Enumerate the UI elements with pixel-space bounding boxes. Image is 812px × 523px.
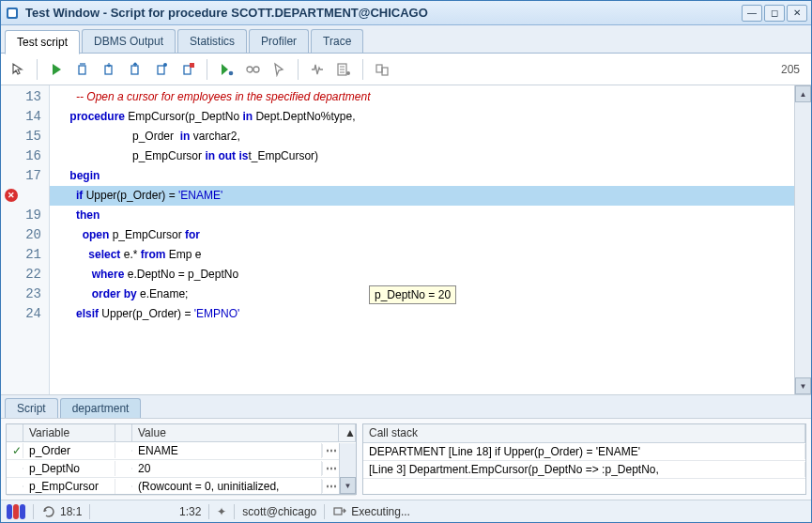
svg-rect-5 bbox=[158, 66, 164, 74]
var-header-value[interactable]: Value bbox=[132, 424, 339, 441]
svg-rect-1 bbox=[8, 9, 16, 17]
var-header-variable[interactable]: Variable bbox=[23, 424, 115, 441]
gutter-line[interactable]: 19 bbox=[1, 206, 49, 225]
panels: Variable Value ▲ ✓p_OrderENAME⋯p_DeptNo2… bbox=[1, 419, 811, 500]
gutter-line[interactable]: 21 bbox=[1, 245, 49, 265]
line-indicator: 205 bbox=[781, 63, 800, 76]
svg-rect-2 bbox=[79, 66, 85, 74]
breakpoint-icon[interactable] bbox=[5, 189, 18, 202]
bottom-tabbar: Script department bbox=[1, 395, 811, 419]
code-line[interactable]: then bbox=[50, 206, 794, 225]
code-line[interactable]: where e.DeptNo = p_DeptNo bbox=[50, 265, 794, 285]
refresh-status: 18:1 bbox=[41, 504, 82, 519]
gutter-line[interactable]: 22 bbox=[1, 265, 49, 285]
var-value[interactable]: (Rowcount = 0, uninitialized, bbox=[132, 479, 322, 494]
ellipsis-button[interactable]: ⋯ bbox=[322, 444, 339, 457]
variable-row[interactable]: ✓p_OrderENAME⋯ bbox=[7, 442, 356, 460]
var-name[interactable]: p_Order bbox=[23, 443, 115, 458]
toolbar: 205 bbox=[1, 54, 811, 85]
app-icon bbox=[5, 6, 20, 21]
close-button[interactable]: ✕ bbox=[787, 5, 807, 22]
exec-status: Executing... bbox=[332, 504, 805, 519]
code-line[interactable]: p_Order in varchar2, bbox=[50, 127, 794, 146]
variable-row[interactable]: p_EmpCursor(Rowcount = 0, uninitialized,… bbox=[7, 478, 356, 496]
minimize-button[interactable]: — bbox=[742, 5, 762, 22]
callstack-panel: Call stack DEPARTMENT [Line 18] if Upper… bbox=[362, 423, 806, 495]
code-line[interactable]: -- Open a cursor for employees in the sp… bbox=[50, 87, 794, 107]
callstack-row[interactable]: DEPARTMENT [Line 18] if Upper(p_Order) =… bbox=[363, 443, 805, 461]
run-to-exception-icon[interactable] bbox=[176, 58, 199, 81]
window-title: Test Window - Script for procedure SCOTT… bbox=[25, 6, 742, 20]
step-into-icon[interactable] bbox=[98, 58, 120, 81]
step-out-icon[interactable] bbox=[124, 58, 146, 81]
var-value[interactable]: ENAME bbox=[132, 443, 322, 458]
pulse-icon[interactable] bbox=[306, 58, 329, 81]
variable-row[interactable]: p_DeptNo20⋯ bbox=[7, 460, 356, 478]
code-line[interactable]: procedure EmpCursor(p_DeptNo in Dept.Dep… bbox=[50, 107, 794, 127]
scroll-down-icon[interactable]: ▼ bbox=[795, 377, 811, 394]
tab-test-script[interactable]: Test script bbox=[5, 30, 80, 54]
svg-point-10 bbox=[247, 67, 253, 72]
row-check[interactable] bbox=[7, 485, 23, 487]
test-window: Test Window - Script for procedure SCOTT… bbox=[0, 0, 812, 523]
value-tooltip: p_DeptNo = 20 bbox=[369, 285, 456, 304]
gutter[interactable]: 1314151617192021222324 bbox=[1, 85, 50, 394]
code-line[interactable]: select e.* from Emp e bbox=[50, 245, 794, 265]
run-to-cursor-icon[interactable] bbox=[150, 58, 173, 81]
gutter-line[interactable]: 16 bbox=[1, 146, 49, 166]
tab-trace[interactable]: Trace bbox=[311, 29, 363, 53]
var-name[interactable]: p_EmpCursor bbox=[23, 479, 115, 494]
svg-rect-15 bbox=[382, 68, 388, 75]
callstack-row[interactable]: [Line 3] Department.EmpCursor(p_DeptNo =… bbox=[363, 461, 805, 479]
code-line[interactable]: begin bbox=[50, 166, 794, 186]
row-check[interactable]: ✓ bbox=[7, 443, 23, 458]
gutter-line[interactable]: 14 bbox=[1, 107, 49, 127]
var-name[interactable]: p_DeptNo bbox=[23, 461, 115, 476]
run-icon[interactable] bbox=[45, 58, 68, 81]
bottom-tab-department[interactable]: department bbox=[60, 398, 142, 418]
export-icon[interactable] bbox=[371, 58, 393, 81]
continue-icon[interactable] bbox=[215, 58, 237, 81]
tab-profiler[interactable]: Profiler bbox=[249, 29, 309, 53]
code-line[interactable]: open p_EmpCursor for bbox=[50, 225, 794, 245]
gutter-line[interactable]: 17 bbox=[1, 166, 49, 186]
locate-icon[interactable] bbox=[268, 58, 290, 81]
main-tabbar: Test script DBMS Output Statistics Profi… bbox=[1, 25, 811, 54]
code-line[interactable]: elsif Upper(p_Order) = 'EMPNO' bbox=[50, 304, 794, 324]
svg-point-13 bbox=[346, 71, 350, 75]
script-settings-icon[interactable] bbox=[332, 58, 355, 81]
gutter-line[interactable]: 20 bbox=[1, 225, 49, 245]
gutter-line[interactable] bbox=[1, 186, 49, 206]
scroll-down-icon[interactable]: ▼ bbox=[340, 477, 356, 494]
scroll-up-icon[interactable]: ▲ bbox=[339, 424, 356, 441]
gutter-line[interactable]: 23 bbox=[1, 285, 49, 304]
tab-dbms-output[interactable]: DBMS Output bbox=[82, 29, 176, 53]
gutter-line[interactable]: 13 bbox=[1, 87, 49, 107]
editor-scrollbar[interactable]: ▲ ▼ bbox=[794, 85, 811, 394]
cursor-position: 1:32 bbox=[98, 505, 201, 518]
step-over-icon[interactable] bbox=[71, 58, 94, 81]
code-line[interactable]: if Upper(p_Order) = 'ENAME' bbox=[50, 186, 794, 206]
svg-rect-3 bbox=[105, 66, 112, 74]
ellipsis-button[interactable]: ⋯ bbox=[322, 462, 339, 475]
statusbar: 18:1 1:32 ✦ scott@chicago Executing... bbox=[1, 500, 811, 522]
scroll-up-icon[interactable]: ▲ bbox=[795, 85, 811, 102]
bottom-tab-script[interactable]: Script bbox=[5, 398, 58, 418]
star-icon: ✦ bbox=[217, 505, 226, 518]
titlebar: Test Window - Script for procedure SCOTT… bbox=[1, 1, 811, 25]
tab-statistics[interactable]: Statistics bbox=[177, 29, 247, 53]
code-line[interactable]: p_EmpCursor in out ist_EmpCursor) bbox=[50, 146, 794, 166]
watch-icon[interactable] bbox=[241, 58, 264, 81]
row-check[interactable] bbox=[7, 468, 23, 469]
code-area[interactable]: -- Open a cursor for employees in the sp… bbox=[50, 85, 794, 394]
refresh-icon bbox=[41, 504, 56, 519]
maximize-button[interactable]: ◻ bbox=[764, 5, 785, 22]
svg-rect-4 bbox=[131, 66, 138, 74]
code-editor[interactable]: 1314151617192021222324 -- Open a cursor … bbox=[1, 85, 811, 395]
ellipsis-button[interactable]: ⋯ bbox=[322, 480, 339, 493]
cursor-tool-icon[interactable] bbox=[7, 58, 29, 81]
db-status-icon bbox=[7, 504, 25, 519]
gutter-line[interactable]: 15 bbox=[1, 127, 49, 146]
var-value[interactable]: 20 bbox=[132, 461, 322, 476]
gutter-line[interactable]: 24 bbox=[1, 304, 49, 324]
